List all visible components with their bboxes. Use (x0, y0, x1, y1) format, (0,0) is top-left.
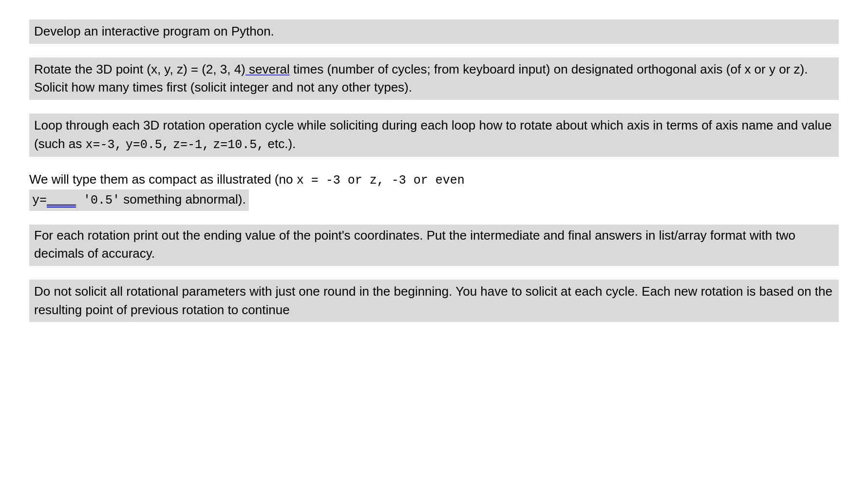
para1-text: Develop an interactive program on Python… (34, 24, 274, 38)
para3-code3: z=-1, (173, 138, 209, 152)
para4-line2-wrapper: y=____ '0.5' something abnormal). (29, 189, 249, 210)
para4-line2-after: something abnormal). (120, 192, 246, 207)
para4-line1-code: x = -3 or z, -3 or even (297, 173, 465, 188)
para3-code4: z=10.5, (213, 138, 264, 152)
para3-text-after: etc.). (264, 136, 296, 151)
para3-text-mid2 (170, 136, 173, 151)
para2-text-underlined: several (245, 62, 290, 76)
paragraph-2: Rotate the 3D point (x, y, z) = (2, 3, 4… (29, 57, 839, 100)
paragraph-6: Do not solicit all rotational parameters… (29, 280, 839, 322)
paragraph-4: We will type them as compact as illustra… (29, 170, 839, 211)
para4-line2-underline: ____ (47, 193, 76, 208)
para3-code2: y=0.5, (126, 138, 170, 152)
paragraph-3: Loop through each 3D rotation operation … (29, 113, 839, 157)
para3-text-mid1 (122, 136, 126, 151)
para4-line1-before: We will type them as compact as illustra… (29, 172, 297, 187)
para6-text: Do not solicit all rotational parameters… (34, 284, 832, 317)
para3-code1: x=-3, (86, 138, 122, 152)
para4-line2-prefix: y= (32, 193, 47, 208)
paragraph-5: For each rotation print out the ending v… (29, 225, 839, 266)
para2-text-before: Rotate the 3D point (x, y, z) = (2, 3, 4… (34, 62, 245, 76)
paragraph-1: Develop an interactive program on Python… (29, 19, 839, 44)
para4-line2-code: '0.5' (76, 193, 120, 208)
para5-text: For each rotation print out the ending v… (34, 228, 795, 261)
